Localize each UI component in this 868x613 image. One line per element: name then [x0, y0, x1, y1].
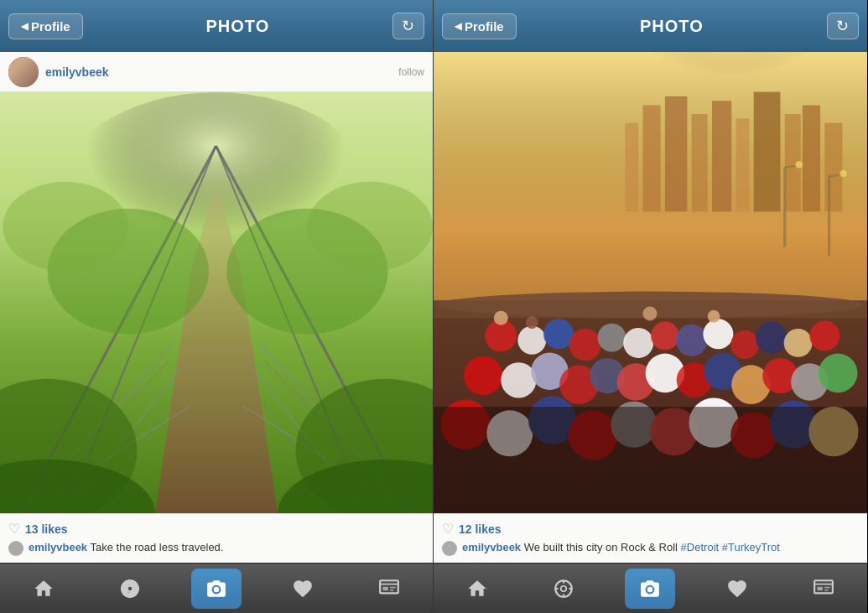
svg-point-62 [623, 328, 653, 358]
nav-camera-1[interactable] [191, 569, 242, 609]
nav-explore-2[interactable] [538, 569, 589, 609]
home-icon-2 [466, 578, 488, 600]
camera-icon-1 [205, 578, 227, 600]
heart-icon-2[interactable]: ♡ [442, 521, 454, 537]
svg-point-71 [501, 362, 536, 397]
likes-row-1: ♡ 13 likes [8, 521, 424, 537]
nav-explore-1[interactable] [105, 569, 155, 609]
svg-point-69 [809, 320, 839, 351]
svg-rect-35 [390, 590, 393, 591]
likes-count-2: 12 likes [459, 522, 502, 536]
svg-point-24 [307, 182, 433, 272]
svg-point-58 [517, 326, 546, 355]
caption-row-2: emilyvbeek We built this city on Rock & … [442, 540, 859, 556]
header-1: Profile PHOTO ↻ [0, 0, 433, 52]
svg-rect-108 [818, 586, 824, 590]
user-row-1: emilyvbeek follow [0, 52, 433, 92]
bridge-image [0, 92, 433, 513]
home-icon-1 [33, 578, 55, 600]
svg-point-30 [214, 586, 220, 592]
back-button-1[interactable]: Profile [8, 13, 83, 39]
bottom-nav-2 [434, 563, 867, 613]
profile-nav-icon-1 [378, 578, 400, 600]
svg-rect-110 [824, 590, 828, 591]
nav-likes-2[interactable] [712, 569, 762, 609]
info-area-1: ♡ 13 likes emilyvbeek Take the road less… [0, 513, 433, 563]
explore-icon-1 [119, 578, 141, 600]
svg-point-66 [730, 330, 759, 359]
photo-1 [0, 92, 433, 513]
likes-row-2: ♡ 12 likes [442, 521, 859, 537]
header-2: Profile PHOTO ↻ [434, 0, 867, 52]
bottom-nav-1 [0, 563, 433, 613]
nav-home-2[interactable] [452, 569, 502, 609]
back-button-2[interactable]: Profile [442, 13, 517, 39]
nav-camera-2[interactable] [625, 569, 675, 609]
caption-text-2: emilyvbeek We built this city on Rock & … [462, 540, 780, 555]
caption-username-2[interactable]: emilyvbeek [462, 541, 521, 553]
caption-hashtags-2[interactable]: #Detroit #TurkeyTrot [681, 541, 780, 553]
svg-point-61 [598, 324, 626, 352]
header-title-1: PHOTO [205, 17, 269, 36]
nav-home-1[interactable] [18, 569, 69, 609]
camera-icon-2 [639, 578, 661, 600]
svg-point-68 [784, 329, 813, 357]
svg-point-65 [703, 319, 733, 349]
city-image [434, 52, 867, 513]
svg-point-67 [756, 322, 787, 354]
svg-rect-98 [434, 52, 867, 318]
explore-icon-2 [553, 578, 574, 600]
svg-point-100 [561, 585, 567, 591]
heart-nav-icon-2 [726, 578, 748, 600]
caption-avatar-1 [8, 541, 23, 556]
nav-profile-2[interactable] [798, 569, 849, 609]
svg-point-64 [676, 325, 708, 356]
likes-count-1: 13 likes [25, 522, 68, 536]
svg-point-25 [127, 585, 133, 591]
svg-point-82 [819, 354, 858, 393]
svg-point-59 [543, 319, 574, 349]
svg-point-105 [647, 586, 653, 592]
svg-rect-31 [381, 580, 399, 593]
panel-2: Profile PHOTO ↻ [434, 0, 867, 613]
avatar-1 [8, 57, 39, 87]
nav-profile-1[interactable] [364, 569, 414, 609]
svg-rect-33 [383, 586, 389, 590]
heart-nav-icon-1 [292, 578, 314, 600]
nav-likes-1[interactable] [278, 569, 328, 609]
photo-2 [434, 52, 867, 513]
refresh-button-2[interactable]: ↻ [827, 13, 859, 39]
username-1[interactable]: emilyvbeek [45, 65, 109, 79]
svg-rect-34 [390, 586, 396, 588]
refresh-button-1[interactable]: ↻ [392, 13, 424, 39]
svg-rect-97 [434, 407, 867, 513]
profile-nav-icon-2 [813, 578, 834, 600]
svg-rect-109 [824, 586, 830, 588]
svg-point-60 [569, 329, 601, 361]
header-title-2: PHOTO [640, 17, 704, 36]
svg-point-94 [526, 316, 538, 329]
caption-username-1[interactable]: emilyvbeek [29, 541, 87, 553]
info-area-2: ♡ 12 likes emilyvbeek We built this city… [434, 513, 867, 563]
caption-text-1: emilyvbeek Take the road less traveled. [29, 540, 223, 555]
svg-point-23 [3, 182, 128, 272]
heart-icon-1[interactable]: ♡ [8, 521, 20, 537]
panel-1: Profile PHOTO ↻ emilyvbeek follow [0, 0, 434, 613]
svg-point-70 [464, 356, 503, 396]
svg-point-63 [651, 322, 679, 351]
follow-label-1: follow [398, 66, 424, 78]
caption-avatar-2 [442, 541, 457, 556]
caption-row-1: emilyvbeek Take the road less traveled. [8, 540, 424, 556]
